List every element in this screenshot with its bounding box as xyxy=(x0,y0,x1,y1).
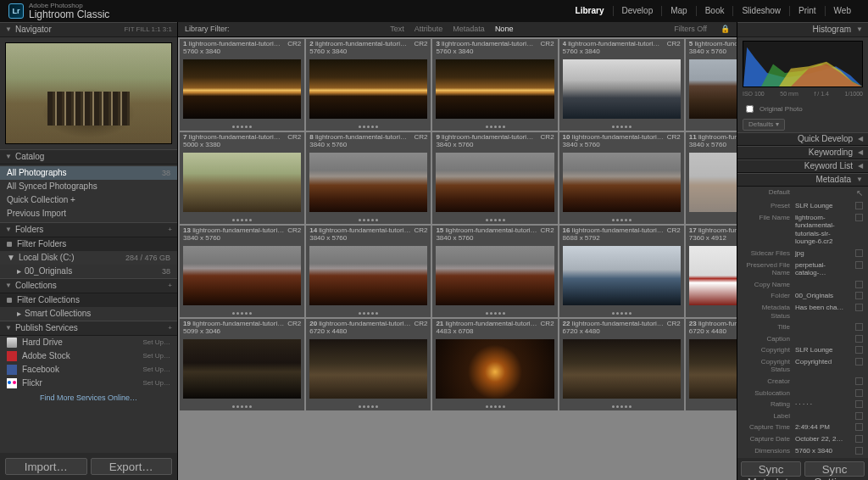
thumbnail-cell[interactable]: 19 lightroom-fundamental-tutori…5099 x 3… xyxy=(180,319,304,410)
module-library[interactable]: Library xyxy=(567,6,614,16)
drive-row[interactable]: ▼ Local Disk (C:) 284 / 476 GB xyxy=(0,251,177,265)
thumbnail-cell[interactable]: 8 lightroom-fundamental-tutori…3840 x 57… xyxy=(306,132,431,224)
defaults-pill[interactable]: Defaults ▾ xyxy=(737,117,868,132)
thumbnail-cell[interactable]: 14 lightroom-fundamental-tutori…3840 x 5… xyxy=(306,226,431,317)
plus-icon[interactable]: + xyxy=(168,282,172,290)
action-icon[interactable] xyxy=(855,435,863,443)
catalog-item[interactable]: Quick Collection + xyxy=(0,193,177,207)
original-photo-check[interactable] xyxy=(746,105,754,113)
action-icon[interactable] xyxy=(855,447,863,455)
action-icon[interactable] xyxy=(855,281,863,288)
action-icon[interactable] xyxy=(855,304,863,311)
thumb-image[interactable] xyxy=(436,339,554,399)
metadata-row[interactable]: Capture Time2:49:44 PM xyxy=(737,421,868,433)
right-section-quick-develop[interactable]: Quick Develop◀ xyxy=(737,132,868,146)
thumbnail-cell[interactable]: 2 lightroom-fundamental-tutori…5760 x 38… xyxy=(306,39,431,131)
action-icon[interactable] xyxy=(855,423,863,431)
metadata-row[interactable]: Copy Name xyxy=(737,279,868,291)
action-icon[interactable] xyxy=(855,335,863,343)
module-slideshow[interactable]: Slideshow xyxy=(733,6,790,16)
navigator-preview[interactable] xyxy=(5,42,172,144)
catalog-header[interactable]: ▼ Catalog xyxy=(0,149,177,165)
thumbnail-cell[interactable]: 1 lightroom-fundamental-tutori…5760 x 38… xyxy=(180,39,304,131)
thumbnail-cell[interactable]: 7 lightroom-fundamental-tutori…5000 x 33… xyxy=(180,132,304,224)
thumb-image[interactable] xyxy=(436,246,554,305)
publish-service[interactable]: Adobe StockSet Up… xyxy=(0,349,177,363)
thumb-image[interactable] xyxy=(436,153,554,212)
action-icon[interactable] xyxy=(855,400,863,408)
action-icon[interactable] xyxy=(855,346,863,354)
folders-filter[interactable]: Filter Folders xyxy=(0,237,177,251)
metadata-row[interactable]: Sidecar Filesjpg xyxy=(737,248,868,260)
folders-header[interactable]: ▼ Folders + xyxy=(0,222,177,237)
thumb-image[interactable] xyxy=(309,59,427,119)
right-section-metadata[interactable]: Metadata▼ xyxy=(737,173,868,187)
plus-icon[interactable]: + xyxy=(168,226,172,234)
action-icon[interactable] xyxy=(855,292,863,299)
navigator-zoom-hints[interactable]: FIT FILL 1:1 3:1 xyxy=(125,25,172,34)
action-icon[interactable] xyxy=(855,377,863,385)
thumb-image[interactable] xyxy=(563,59,681,119)
thumbnail-cell[interactable]: 16 lightroom-fundamental-tutori…8688 x 5… xyxy=(559,226,684,317)
original-photo-checkbox[interactable]: Original Photo xyxy=(737,101,868,117)
metadata-row[interactable]: Capture DateOctober 22, 2… xyxy=(737,433,868,445)
metadata-row[interactable]: Label xyxy=(737,410,868,422)
module-web[interactable]: Web xyxy=(826,6,860,16)
thumb-image[interactable] xyxy=(689,153,737,212)
thumb-image[interactable] xyxy=(309,246,427,305)
publish-service[interactable]: FlickrSet Up… xyxy=(0,377,177,390)
thumbnail-cell[interactable]: 22 lightroom-fundamental-tutori…6720 x 4… xyxy=(559,319,684,410)
thumb-image[interactable] xyxy=(563,153,681,212)
collection-item[interactable]: ▸Smart Collections xyxy=(0,307,177,321)
thumb-image[interactable] xyxy=(309,339,427,399)
collections-filter[interactable]: Filter Collections xyxy=(0,293,177,307)
metadata-row[interactable]: CopyrightSLR Lounge xyxy=(737,344,868,356)
publish-service[interactable]: Hard DriveSet Up… xyxy=(0,336,177,349)
action-icon[interactable] xyxy=(855,214,863,221)
action-icon[interactable] xyxy=(855,323,863,331)
metadata-row[interactable]: Preserved File Nameperpetual-catalog-… xyxy=(737,260,868,279)
thumb-image[interactable] xyxy=(689,339,737,399)
action-icon[interactable] xyxy=(855,202,863,209)
thumbnail-cell[interactable]: 11 lightroom-fundamental-tutori…3840 x 5… xyxy=(686,132,737,224)
thumb-image[interactable] xyxy=(689,246,737,305)
publish-setup-link[interactable]: Set Up… xyxy=(143,379,170,388)
thumbnail-cell[interactable]: 10 lightroom-fundamental-tutori…3840 x 5… xyxy=(559,132,684,224)
import-button[interactable]: Import… xyxy=(5,458,87,475)
thumb-image[interactable] xyxy=(183,59,301,119)
thumb-image[interactable] xyxy=(436,59,554,119)
thumbnail-cell[interactable]: 21 lightroom-fundamental-tutori…4483 x 6… xyxy=(432,319,557,410)
module-print[interactable]: Print xyxy=(790,6,826,16)
grid-scroll[interactable]: 1 lightroom-fundamental-tutori…5760 x 38… xyxy=(178,37,737,480)
metadata-default-row[interactable]: Default ↖ xyxy=(737,187,868,200)
action-icon[interactable] xyxy=(855,249,863,257)
lock-icon[interactable]: 🔒 xyxy=(721,25,730,34)
thumbnail-cell[interactable]: 23 lightroom-fundamental-tutori…6720 x 4… xyxy=(686,319,737,410)
metadata-row[interactable]: Caption xyxy=(737,333,868,345)
publish-setup-link[interactable]: Set Up… xyxy=(143,366,170,374)
catalog-item[interactable]: All Photographs38 xyxy=(0,166,177,180)
right-section-keywording[interactable]: Keywording◀ xyxy=(737,146,868,159)
metadata-row[interactable]: Dimensions5760 x 3840 xyxy=(737,445,868,457)
thumb-image[interactable] xyxy=(183,339,301,399)
metadata-row[interactable]: Rating· · · · · xyxy=(737,399,868,410)
publish-setup-link[interactable]: Set Up… xyxy=(143,338,170,347)
module-map[interactable]: Map xyxy=(662,6,696,16)
catalog-item[interactable]: All Synced Photographs xyxy=(0,180,177,193)
filter-tab-text[interactable]: Text xyxy=(390,25,404,33)
thumbnail-cell[interactable]: 5 lightroom-fundamental-tutori…3840 x 57… xyxy=(686,39,737,131)
thumbnail-cell[interactable]: 15 lightroom-fundamental-tutori…3840 x 5… xyxy=(432,226,557,317)
thumb-image[interactable] xyxy=(563,246,681,305)
metadata-row[interactable]: Folder00_Originals xyxy=(737,290,868,302)
thumbnail-cell[interactable]: 13 lightroom-fundamental-tutori…3840 x 5… xyxy=(180,226,304,317)
metadata-row[interactable]: Sublocation xyxy=(737,388,868,399)
module-develop[interactable]: Develop xyxy=(614,6,663,16)
metadata-row[interactable]: Copyright StatusCopyrighted xyxy=(737,356,868,376)
sync-metadata-button[interactable]: Sync Metadata xyxy=(741,461,801,477)
thumbnail-cell[interactable]: 20 lightroom-fundamental-tutori…6720 x 4… xyxy=(306,319,431,410)
thumb-image[interactable] xyxy=(689,59,737,119)
thumb-image[interactable] xyxy=(309,153,427,212)
folder-item[interactable]: ▸00_Originals38 xyxy=(0,265,177,278)
right-section-keyword-list[interactable]: Keyword List◀ xyxy=(737,159,868,173)
find-more-services-link[interactable]: Find More Services Online… xyxy=(0,390,177,406)
